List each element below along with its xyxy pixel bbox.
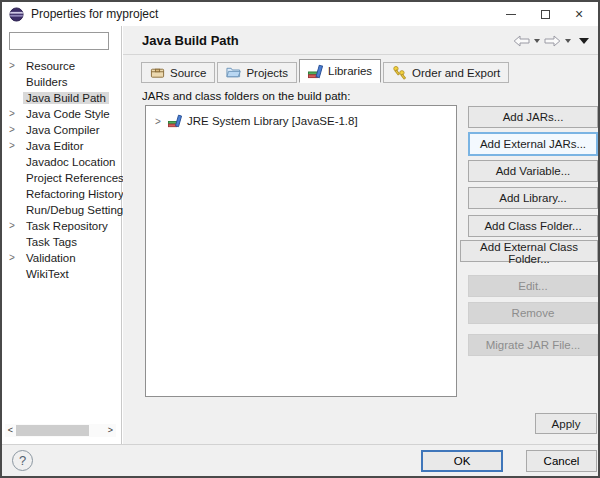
remove-button[interactable]: Remove — [468, 302, 598, 324]
eclipse-logo-icon — [9, 7, 24, 22]
chevron-right-icon[interactable]: > — [155, 116, 163, 127]
tab-label: Source — [170, 67, 206, 79]
sidebar-tree: >Resource Builders Java Build Path >Java… — [2, 58, 120, 282]
add-external-jars-button[interactable]: Add External JARs... — [468, 132, 598, 156]
chevron-right-icon[interactable]: > — [9, 106, 19, 122]
edit-button[interactable]: Edit... — [468, 275, 598, 297]
tab-projects[interactable]: Projects — [217, 62, 297, 83]
sidebar-item-resource[interactable]: >Resource — [2, 58, 120, 74]
library-books-icon — [308, 64, 323, 79]
view-menu-icon[interactable] — [579, 38, 589, 44]
chevron-right-icon[interactable]: > — [9, 250, 19, 266]
open-folder-icon — [226, 65, 241, 80]
sidebar-item-validation[interactable]: >Validation — [2, 250, 120, 266]
tab-label: Projects — [246, 67, 288, 79]
sidebar: >Resource Builders Java Build Path >Java… — [2, 26, 122, 444]
maximize-button[interactable] — [528, 2, 562, 26]
page-title: Java Build Path — [142, 33, 239, 48]
package-icon — [150, 65, 165, 80]
minimize-button[interactable] — [494, 2, 528, 26]
add-library-button[interactable]: Add Library... — [468, 187, 598, 209]
sidebar-item-task-tags[interactable]: Task Tags — [2, 234, 120, 250]
chevron-right-icon[interactable]: > — [9, 218, 19, 234]
scroll-right-icon[interactable]: > — [105, 424, 116, 437]
back-icon[interactable] — [513, 35, 530, 47]
sidebar-horizontal-scrollbar[interactable]: < > — [5, 424, 116, 437]
tab-bar: Source Projects — [141, 59, 511, 83]
tab-order-and-export[interactable]: Order and Export — [383, 62, 509, 83]
migrate-jar-file-button[interactable]: Migrate JAR File... — [468, 334, 598, 356]
cancel-button[interactable]: Cancel — [526, 450, 597, 472]
sidebar-item-java-build-path[interactable]: Java Build Path — [2, 90, 120, 106]
library-books-icon — [168, 114, 182, 128]
list-item-jre-system-library[interactable]: > JRE System Library [JavaSE-1.8] — [146, 112, 456, 130]
history-navbar — [513, 35, 589, 47]
properties-dialog: Properties for myproject × >Resource Bui… — [0, 0, 600, 478]
chevron-right-icon[interactable]: > — [9, 122, 19, 138]
filter-input[interactable] — [9, 32, 109, 50]
sidebar-item-wikitext[interactable]: WikiText — [2, 266, 120, 282]
main-panel: Java Build Path So — [123, 26, 598, 444]
add-external-class-folder-button[interactable]: Add External Class Folder... — [460, 240, 598, 262]
sidebar-item-java-code-style[interactable]: >Java Code Style — [2, 106, 120, 122]
scrollbar-thumb[interactable] — [16, 425, 89, 436]
window-controls: × — [494, 2, 596, 26]
gold-keys-icon — [392, 65, 407, 80]
close-button[interactable]: × — [562, 2, 596, 26]
help-button[interactable]: ? — [12, 450, 33, 471]
sidebar-item-run-debug-setting[interactable]: Run/Debug Setting — [2, 202, 120, 218]
forward-dropdown-icon[interactable] — [565, 39, 571, 43]
tab-label: Libraries — [328, 65, 372, 77]
list-item-label: JRE System Library [JavaSE-1.8] — [187, 115, 358, 127]
chevron-right-icon[interactable]: > — [9, 138, 19, 154]
apply-button[interactable]: Apply — [535, 413, 597, 434]
forward-icon[interactable] — [544, 35, 561, 47]
add-class-folder-button[interactable]: Add Class Folder... — [468, 215, 598, 237]
window-title: Properties for myproject — [31, 7, 158, 21]
sidebar-item-refactoring-history[interactable]: Refactoring History — [2, 186, 120, 202]
scroll-left-icon[interactable]: < — [5, 424, 16, 437]
sidebar-item-project-references[interactable]: Project References — [2, 170, 120, 186]
tab-label: Order and Export — [412, 67, 500, 79]
chevron-right-icon[interactable]: > — [9, 58, 19, 74]
add-variable-button[interactable]: Add Variable... — [468, 160, 598, 182]
sidebar-item-builders[interactable]: Builders — [2, 74, 120, 90]
build-path-list-label: JARs and class folders on the build path… — [142, 90, 350, 102]
back-dropdown-icon[interactable] — [534, 39, 540, 43]
sidebar-item-java-compiler[interactable]: >Java Compiler — [2, 122, 120, 138]
build-path-list: > JRE System Library [JavaSE-1.8] — [145, 105, 457, 397]
dialog-button-bar: ? OK Cancel — [2, 444, 598, 476]
sidebar-item-task-repository[interactable]: >Task Repository — [2, 218, 120, 234]
tab-source[interactable]: Source — [141, 62, 215, 83]
sidebar-item-java-editor[interactable]: >Java Editor — [2, 138, 120, 154]
ok-button[interactable]: OK — [421, 450, 503, 472]
add-jars-button[interactable]: Add JARs... — [468, 106, 598, 128]
tab-libraries[interactable]: Libraries — [299, 59, 381, 83]
sidebar-item-javadoc-location[interactable]: Javadoc Location — [2, 154, 120, 170]
